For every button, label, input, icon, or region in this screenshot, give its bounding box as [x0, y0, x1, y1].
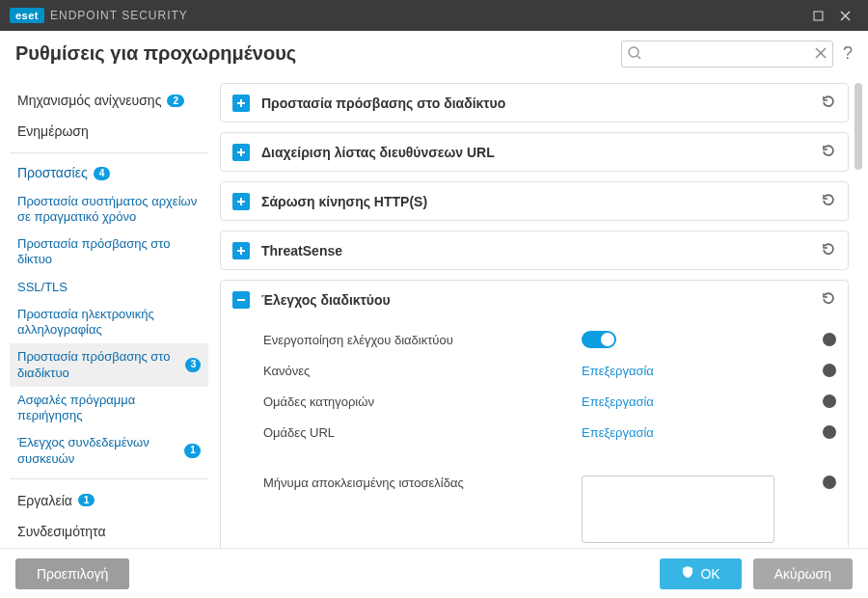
blocked-message-textarea[interactable]: [582, 476, 774, 543]
footer: Προεπιλογή OK Ακύρωση: [0, 548, 868, 598]
panel-3: ThreatSense: [220, 231, 849, 270]
content: Προστασία πρόσβασης στο διαδίκτυοΔιαχείρ…: [212, 77, 868, 548]
panel-body: Ενεργοποίηση ελέγχου διαδικτύουiΚανόνεςΕ…: [221, 318, 848, 548]
svg-line-4: [637, 56, 640, 59]
window-maximize-button[interactable]: [804, 2, 831, 29]
sidebar-item-10[interactable]: Έλεγχος συνδεδεμένων συσκευών1: [10, 429, 208, 473]
search-icon: [627, 45, 642, 64]
info-icon[interactable]: i: [823, 476, 836, 489]
window-close-button[interactable]: [831, 2, 858, 29]
sidebar-item-label: Έλεγχος συνδεδεμένων συσκευών: [17, 435, 178, 467]
setting-label: Ομάδες κατηγοριών: [263, 394, 582, 409]
sidebar-item-8[interactable]: Προστασία πρόσβασης στο διαδίκτυο3: [10, 343, 208, 387]
panel-title: Προστασία πρόσβασης στο διαδίκτυο: [261, 95, 809, 111]
collapse-icon[interactable]: [232, 291, 250, 309]
setting-control: [582, 331, 755, 348]
setting-label: Κανόνες: [263, 364, 582, 378]
panel-title: Σάρωση κίνησης HTTP(S): [261, 194, 809, 209]
shield-icon: [681, 565, 694, 582]
sidebar-badge: 1: [184, 444, 201, 458]
sidebar-item-1[interactable]: Ενημέρωση: [10, 116, 208, 147]
sidebar-item-label: Εργαλεία: [17, 493, 72, 508]
toggle-switch[interactable]: [582, 331, 616, 348]
panel-title: Διαχείριση λίστας διευθύνσεων URL: [261, 145, 809, 160]
panel-header[interactable]: ThreatSense: [221, 231, 848, 269]
panel-header[interactable]: Σάρωση κίνησης HTTP(S): [221, 182, 848, 220]
sidebar-item-label: Προστασία πρόσβασης στο διαδίκτυο: [17, 349, 179, 381]
svg-point-3: [629, 47, 638, 57]
sidebar-item-label: Ενημέρωση: [17, 123, 89, 139]
info-icon[interactable]: i: [823, 425, 836, 439]
search-input[interactable]: [621, 41, 833, 68]
panel-0: Προστασία πρόσβασης στο διαδίκτυο: [220, 83, 849, 122]
content-scrollbar[interactable]: [854, 83, 862, 542]
search-wrap: [621, 41, 833, 68]
default-button[interactable]: Προεπιλογή: [15, 558, 129, 589]
setting-row-3: Ομάδες URLΕπεξεργασίαi: [263, 417, 836, 448]
reset-icon[interactable]: [821, 241, 836, 259]
edit-link[interactable]: Επεξεργασία: [582, 364, 654, 378]
sidebar: Μηχανισμός ανίχνευσης2ΕνημέρωσηΠροστασίε…: [0, 77, 212, 548]
sidebar-item-12[interactable]: Εργαλεία1: [10, 485, 208, 516]
expand-icon[interactable]: [232, 242, 250, 259]
svg-rect-0: [814, 12, 823, 20]
setting-control: Επεξεργασία: [582, 364, 755, 378]
sidebar-item-14[interactable]: Περιβάλλον χρήστη: [10, 547, 208, 548]
sidebar-item-13[interactable]: Συνδεσιμότητα: [10, 516, 208, 547]
sidebar-item-label: Προστασία πρόσβασης στο δίκτυο: [17, 236, 201, 268]
panel-header[interactable]: Έλεγχος διαδικτύου: [221, 281, 848, 318]
sidebar-item-label: Μηχανισμός ανίχνευσης: [17, 93, 161, 108]
info-icon[interactable]: i: [823, 333, 836, 346]
panel-title: Έλεγχος διαδικτύου: [261, 292, 809, 308]
sidebar-item-9[interactable]: Ασφαλές πρόγραμμα περιήγησης: [10, 387, 208, 430]
sidebar-item-5[interactable]: Προστασία πρόσβασης στο δίκτυο: [10, 231, 208, 274]
cancel-button[interactable]: Ακύρωση: [753, 558, 853, 589]
titlebar: eset ENDPOINT SECURITY: [0, 0, 868, 31]
panel-title: ThreatSense: [261, 243, 809, 258]
sidebar-badge: 3: [185, 358, 201, 372]
edit-link[interactable]: Επεξεργασία: [582, 425, 654, 440]
sidebar-item-4[interactable]: Προστασία συστήματος αρχείων σε πραγματι…: [10, 188, 208, 231]
panel-4: Έλεγχος διαδικτύουΕνεργοποίηση ελέγχου δ…: [220, 280, 849, 548]
expand-icon[interactable]: [232, 144, 250, 161]
setting-control: Επεξεργασία: [582, 425, 755, 440]
setting-row-1: ΚανόνεςΕπεξεργασίαi: [263, 355, 836, 386]
sidebar-item-7[interactable]: Προστασία ηλεκτρονικής αλληλογραφίας: [10, 301, 208, 344]
setting-control: Επεξεργασία: [582, 394, 755, 409]
reset-icon[interactable]: [821, 290, 836, 309]
sidebar-badge: 1: [78, 494, 95, 506]
edit-link[interactable]: Επεξεργασία: [582, 394, 654, 409]
reset-icon[interactable]: [821, 94, 836, 112]
setting-label: Ενεργοποίηση ελέγχου διαδικτύου: [263, 333, 582, 347]
setting-label: Ομάδες URL: [263, 425, 582, 440]
expand-icon[interactable]: [232, 95, 250, 112]
sidebar-item-label: Ασφαλές πρόγραμμα περιήγησης: [17, 393, 201, 424]
panel-1: Διαχείριση λίστας διευθύνσεων URL: [220, 132, 849, 172]
ok-button-label: OK: [700, 566, 719, 582]
ok-button[interactable]: OK: [660, 558, 741, 589]
panel-2: Σάρωση κίνησης HTTP(S): [220, 181, 849, 221]
sidebar-item-label: Προστασία ηλεκτρονικής αλληλογραφίας: [17, 307, 201, 339]
sidebar-badge: 2: [167, 95, 184, 107]
sidebar-item-label: SSL/TLS: [17, 280, 68, 295]
info-icon[interactable]: i: [823, 394, 836, 408]
setting-row-2: Ομάδες κατηγοριώνΕπεξεργασίαi: [263, 386, 836, 417]
search-clear-icon[interactable]: [814, 46, 827, 63]
setting-label: Μήνυμα αποκλεισμένης ιστοσελίδας: [263, 476, 582, 490]
sidebar-item-label: Προστασίες: [17, 165, 88, 182]
info-icon[interactable]: i: [823, 364, 836, 377]
sidebar-item-3[interactable]: Προστασίες4: [10, 159, 208, 188]
help-button[interactable]: ?: [843, 43, 853, 64]
sidebar-item-6[interactable]: SSL/TLS: [10, 274, 208, 301]
sidebar-item-0[interactable]: Μηχανισμός ανίχνευσης2: [10, 85, 208, 116]
topbar: Ρυθμίσεις για προχωρημένους ?: [0, 31, 868, 77]
sidebar-item-label: Συνδεσιμότητα: [17, 524, 106, 539]
setting-row-0: Ενεργοποίηση ελέγχου διαδικτύουi: [263, 324, 836, 355]
reset-icon[interactable]: [821, 192, 836, 210]
sidebar-divider: [10, 478, 208, 479]
reset-icon[interactable]: [821, 143, 836, 161]
page-title: Ρυθμίσεις για προχωρημένους: [15, 42, 296, 65]
panel-header[interactable]: Διαχείριση λίστας διευθύνσεων URL: [221, 133, 848, 171]
panel-header[interactable]: Προστασία πρόσβασης στο διαδίκτυο: [221, 84, 848, 122]
expand-icon[interactable]: [232, 193, 250, 210]
